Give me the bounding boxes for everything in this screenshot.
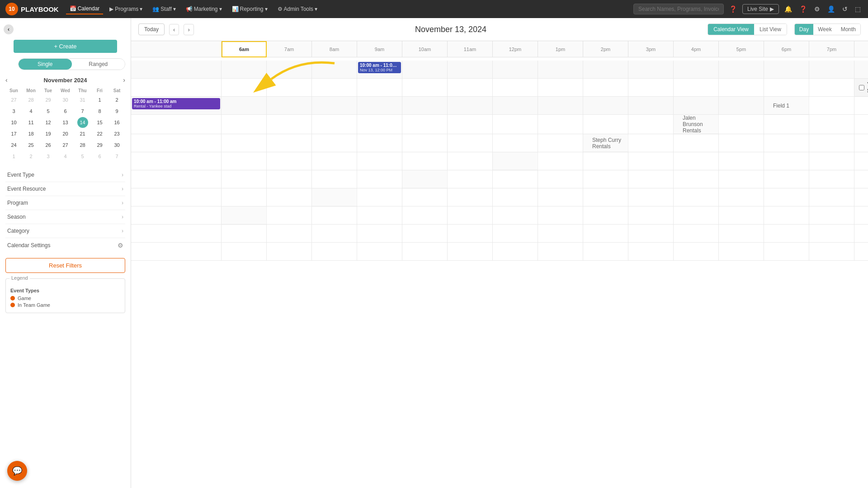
calendar-cell[interactable] [809,188,854,206]
calendar-cell[interactable]: 10:00 am - 11:00 amNov 13, 12:00 PM [357,61,402,79]
calendar-cell[interactable] [764,225,809,243]
calendar-cell[interactable] [538,188,583,206]
calendar-cell[interactable] [538,243,583,261]
calendar-cell[interactable] [131,152,222,170]
calendar-cell[interactable] [402,97,448,115]
notification-icon[interactable]: 🔔 [783,5,794,13]
live-site-button[interactable]: Live Site ▶ [742,4,779,14]
calendar-cell[interactable] [402,188,448,206]
calendar-cell[interactable] [131,225,222,243]
calendar-cell[interactable]: 10:00 am - 11:00 amRental - Yankee stad [131,97,222,115]
search-input[interactable] [633,4,724,14]
mini-cal-day[interactable]: 3 [9,106,19,117]
calendar-cell[interactable] [448,225,493,243]
calendar-cell[interactable] [809,225,854,243]
mini-cal-day[interactable]: 15 [94,117,105,128]
mini-cal-day[interactable]: 2 [112,94,123,105]
calendar-cell[interactable] [267,206,312,225]
calendar-cell[interactable] [402,152,448,170]
nav-calendar[interactable]: 📅 Calendar [66,4,104,14]
calendar-cell[interactable] [448,115,493,134]
user-icon[interactable]: 👤 [826,5,837,13]
calendar-cell[interactable] [583,152,628,170]
next-arrow[interactable]: › [184,24,193,35]
mini-cal-day[interactable]: 20 [60,128,71,139]
calendar-cell[interactable] [493,134,538,152]
calendar-cell[interactable] [538,206,583,225]
calendar-cell[interactable] [583,115,628,134]
calendar-cell[interactable] [719,243,764,261]
calendar-view-button[interactable]: Calendar View [708,24,754,35]
calendar-cell[interactable] [674,188,719,206]
logout-icon[interactable]: ⬚ [853,5,863,13]
calendar-cell[interactable] [538,170,583,188]
calendar-cell[interactable] [583,97,628,115]
calendar-cell[interactable] [854,243,868,261]
mini-cal-day[interactable]: 9 [112,106,123,117]
calendar-cell[interactable] [809,97,854,115]
mini-cal-day[interactable]: 8 [94,106,105,117]
prev-arrow[interactable]: ‹ [169,24,179,35]
calendar-cell[interactable] [312,115,357,134]
calendar-cell[interactable] [267,188,312,206]
history-icon[interactable]: ↺ [840,5,849,13]
calendar-cell[interactable] [854,134,868,152]
calendar-cell[interactable] [854,206,868,225]
calendar-cell[interactable] [222,134,267,152]
calendar-cell[interactable] [674,225,719,243]
ranged-toggle[interactable]: Ranged [72,59,125,70]
calendar-cell[interactable] [312,225,357,243]
calendar-cell[interactable] [131,188,222,206]
calendar-cell[interactable] [357,152,402,170]
calendar-cell[interactable] [719,61,764,79]
mini-cal-day[interactable]: 7 [112,151,123,162]
mini-cal-day[interactable]: 29 [94,140,105,150]
calendar-cell[interactable] [222,61,267,79]
calendar-cell[interactable] [312,243,357,261]
calendar-cell[interactable] [628,225,674,243]
calendar-cell[interactable] [538,134,583,152]
help-icon[interactable]: ❓ [727,5,739,13]
calendar-cell[interactable] [583,79,628,97]
calendar-cell[interactable] [267,115,312,134]
calendar-cell[interactable] [764,152,809,170]
calendar-cell[interactable] [267,225,312,243]
calendar-cell[interactable] [493,188,538,206]
calendar-cell[interactable] [357,97,402,115]
calendar-cell[interactable] [809,243,854,261]
calendar-cell[interactable] [538,97,583,115]
mini-cal-day[interactable]: 4 [60,151,71,162]
calendar-cell[interactable] [674,61,719,79]
calendar-cell[interactable] [448,134,493,152]
calendar-cell[interactable] [854,61,868,79]
calendar-cell[interactable] [222,79,267,97]
mini-cal-day[interactable]: 26 [43,140,54,150]
calendar-cell[interactable] [674,243,719,261]
calendar-cell[interactable] [764,188,809,206]
calendar-cell[interactable] [493,206,538,225]
calendar-cell[interactable] [312,134,357,152]
mini-cal-day[interactable]: 28 [77,140,88,150]
calendar-cell[interactable] [312,206,357,225]
calendar-cell[interactable] [448,152,493,170]
calendar-cell[interactable] [628,79,674,97]
calendar-cell[interactable] [764,170,809,188]
calendar-cell[interactable] [583,61,628,79]
calendar-cell[interactable] [628,206,674,225]
calendar-cell[interactable] [222,152,267,170]
event-block[interactable]: 10:00 am - 11:00 amRental - Yankee stad [132,98,220,109]
calendar-cell[interactable] [764,79,809,97]
calendar-cell[interactable] [402,225,448,243]
month-button[interactable]: Month [836,24,860,35]
mini-cal-day[interactable]: 10 [9,117,19,128]
calendar-cell[interactable] [719,188,764,206]
calendar-cell[interactable] [493,243,538,261]
calendar-cell[interactable] [222,97,267,115]
calendar-cell[interactable] [222,243,267,261]
calendar-cell[interactable] [267,61,312,79]
calendar-cell[interactable] [402,79,448,97]
calendar-cell[interactable] [448,188,493,206]
calendar-cell[interactable] [764,61,809,79]
calendar-cell[interactable] [493,115,538,134]
calendar-cell[interactable] [674,170,719,188]
